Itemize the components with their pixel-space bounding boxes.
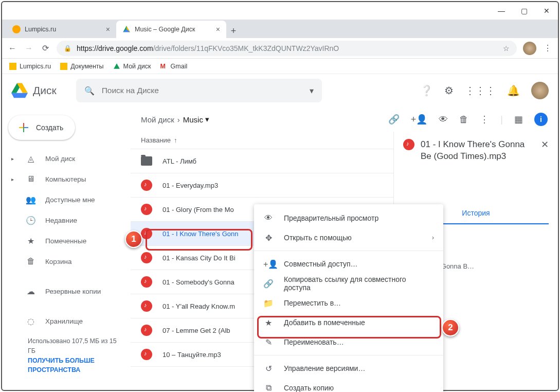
create-button[interactable]: Создать xyxy=(8,115,75,140)
info-button[interactable]: i xyxy=(534,113,548,126)
file-row[interactable]: ATL - Лимб xyxy=(131,149,393,173)
close-tab-button[interactable]: × xyxy=(106,25,110,33)
eye-icon: 👁 xyxy=(263,213,274,223)
browser-navbar: ← → ⟳ 🔒 https://drive.google.com/drive/f… xyxy=(2,38,558,59)
audio-icon xyxy=(141,228,152,239)
maximize-button[interactable]: ▢ xyxy=(519,6,529,16)
add-person-icon[interactable]: +👤 xyxy=(411,114,428,125)
audio-icon xyxy=(141,276,152,288)
move-icon: ✥ xyxy=(263,233,274,243)
search-icon: 🔍 xyxy=(84,86,95,96)
eye-icon[interactable]: 👁 xyxy=(439,114,448,125)
ctx-preview[interactable]: 👁Предварительный просмотр xyxy=(254,208,443,228)
new-tab-button[interactable]: + xyxy=(226,24,241,38)
lock-icon: 🔒 xyxy=(64,45,71,52)
sidebar-item-starred[interactable]: ★Помеченные xyxy=(2,231,131,250)
column-header[interactable]: Название↑ xyxy=(131,132,393,149)
ctx-versions[interactable]: ↺Управление версиями… xyxy=(254,359,443,378)
chevron-down-icon: ▾ xyxy=(205,115,209,124)
ctx-copy-link[interactable]: 🔗Копировать ссылку для совместного досту… xyxy=(254,274,443,293)
browser-tab[interactable]: Music – Google Диск × xyxy=(116,21,226,38)
ctx-copy[interactable]: ⧉Создать копию xyxy=(254,378,443,392)
ctx-rename[interactable]: ✎Переименовать… xyxy=(254,332,443,352)
dropdown-icon[interactable]: ▾ xyxy=(310,86,314,96)
sidebar-item-my-drive[interactable]: ▸◬Мой диск xyxy=(2,149,131,168)
ctx-star[interactable]: ★Добавить в помеченные xyxy=(254,313,443,332)
star-icon: ★ xyxy=(26,236,36,246)
minimize-button[interactable]: — xyxy=(496,6,507,16)
ctx-share[interactable]: +👤Совместный доступ… xyxy=(254,254,443,274)
storage-info: Использовано 107,5 МБ из 15 ГБ ПОЛУЧИТЬ … xyxy=(2,332,131,379)
folder-move-icon: 📁 xyxy=(263,298,274,308)
notifications-icon[interactable]: 🔔 xyxy=(507,84,520,97)
callout-2: 2 xyxy=(442,319,459,336)
forward-button[interactable]: → xyxy=(24,44,34,53)
audio-icon xyxy=(141,252,152,263)
callout-1: 1 xyxy=(125,230,142,248)
sidebar-item-backups[interactable]: ☁Резервные копии xyxy=(2,282,131,300)
cloud-icon: ☁ xyxy=(26,287,36,296)
pencil-icon: ✎ xyxy=(263,337,274,347)
sidebar-item-computers[interactable]: ▸🖥Компьютеры xyxy=(2,170,131,188)
close-tab-button[interactable]: × xyxy=(216,25,220,33)
ctx-open-with[interactable]: ✥Открыть с помощью› xyxy=(254,228,443,247)
tab-title: Lumpics.ru xyxy=(25,26,56,33)
trash-icon[interactable]: 🗑 xyxy=(459,114,468,125)
sidebar-item-storage[interactable]: ◌Хранилище xyxy=(2,312,131,330)
file-row[interactable]: 01 - Everyday.mp3 xyxy=(131,173,393,198)
link-icon[interactable]: 🔗 xyxy=(388,114,400,125)
close-window-button[interactable]: ✕ xyxy=(541,6,552,16)
sidebar-item-trash[interactable]: 🗑Корзина xyxy=(2,252,131,271)
drive-triangle-icon xyxy=(11,82,28,99)
arrow-up-icon: ↑ xyxy=(174,136,177,144)
browser-tab[interactable]: Lumpics.ru × xyxy=(6,21,116,38)
account-avatar[interactable] xyxy=(531,82,549,99)
trash-icon: 🗑 xyxy=(26,257,36,266)
get-more-storage-link[interactable]: ПОЛУЧИТЬ БОЛЬШЕ ПРОСТРАНСТВА xyxy=(28,357,95,374)
bookmark-star-icon[interactable]: ☆ xyxy=(503,44,510,52)
close-details-button[interactable]: ✕ xyxy=(541,139,549,150)
bookmark-item[interactable]: Документы xyxy=(60,63,103,70)
breadcrumb-root[interactable]: Мой диск xyxy=(141,115,174,124)
search-input[interactable] xyxy=(102,86,302,95)
folder-icon xyxy=(9,63,16,70)
copy-icon: ⧉ xyxy=(263,383,274,392)
sidebar-item-shared[interactable]: 👥Доступные мне xyxy=(2,190,131,209)
browser-tabs: Lumpics.ru × Music – Google Диск × + xyxy=(2,20,558,38)
bookmark-item[interactable]: Мой диск xyxy=(113,63,151,70)
context-menu: 👁Предварительный просмотр ✥Открыть с пом… xyxy=(254,204,443,392)
drive-icon: ◬ xyxy=(26,154,36,164)
audio-icon xyxy=(141,300,152,312)
back-button[interactable]: ← xyxy=(7,44,17,53)
address-bar[interactable]: 🔒 https://drive.google.com/drive/folders… xyxy=(57,41,517,56)
audio-icon xyxy=(141,349,152,360)
audio-icon xyxy=(141,325,152,336)
audio-icon xyxy=(141,204,152,215)
breadcrumb-current[interactable]: Music ▾ xyxy=(183,115,209,124)
star-icon: ★ xyxy=(263,318,274,328)
audio-icon xyxy=(141,180,152,191)
drive-logo[interactable]: Диск xyxy=(11,82,57,99)
ctx-move[interactable]: 📁Переместить в… xyxy=(254,293,443,313)
bookmark-item[interactable]: MGmail xyxy=(160,63,188,70)
favicon-icon xyxy=(122,25,131,33)
sidebar-item-recent[interactable]: 🕒Недавние xyxy=(2,211,131,229)
profile-avatar[interactable] xyxy=(523,42,536,55)
favicon-icon xyxy=(12,25,21,33)
chevron-right-icon: › xyxy=(177,115,180,124)
clock-icon: 🕒 xyxy=(26,216,36,225)
details-title: 01 - I Know There's Gonna Be (Good Times… xyxy=(421,139,535,163)
reload-button[interactable]: ⟳ xyxy=(40,43,50,53)
more-icon[interactable]: ⋮ xyxy=(480,114,489,125)
audio-icon xyxy=(403,139,414,150)
browser-menu-button[interactable]: ⋮ xyxy=(543,43,553,53)
grid-view-icon[interactable]: ▦ xyxy=(514,114,523,125)
people-icon: 👥 xyxy=(26,195,36,205)
search-bar[interactable]: 🔍 ▾ xyxy=(76,79,322,102)
apps-icon[interactable]: ⋮⋮⋮ xyxy=(465,84,496,97)
help-icon[interactable]: ❔ xyxy=(420,84,433,97)
history-icon: ↺ xyxy=(263,364,274,373)
cloud-outline-icon: ◌ xyxy=(26,316,36,326)
bookmark-item[interactable]: Lumpics.ru xyxy=(9,63,51,70)
gear-icon[interactable]: ⚙ xyxy=(444,84,454,97)
